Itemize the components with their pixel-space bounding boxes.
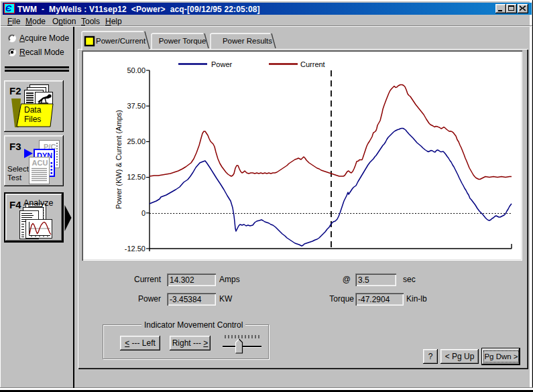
svg-text:0: 0 <box>141 209 145 217</box>
svg-text:Current: Current <box>300 60 325 68</box>
svg-text:Files: Files <box>24 115 41 124</box>
svg-text:Analyze: Analyze <box>23 198 54 208</box>
svg-text:Power Torque: Power Torque <box>159 37 206 45</box>
svg-text:Power/Current: Power/Current <box>96 37 146 45</box>
svg-text:25.00: 25.00 <box>127 137 145 145</box>
svg-text:-12.50: -12.50 <box>125 245 145 253</box>
svg-text:Power Results: Power Results <box>223 37 272 45</box>
svg-text:F2: F2 <box>9 85 21 96</box>
svg-text:Power: Power <box>211 60 233 68</box>
svg-text:ACU: ACU <box>32 159 48 167</box>
svg-text:Data: Data <box>24 105 42 115</box>
svg-text:Select: Select <box>7 165 29 173</box>
svg-text:37.50: 37.50 <box>127 102 145 110</box>
svg-text:Power (KW) & Current (Amps): Power (KW) & Current (Amps) <box>115 110 123 209</box>
svg-text:Test: Test <box>7 174 22 182</box>
svg-text:F3: F3 <box>9 141 21 152</box>
svg-text:12.50: 12.50 <box>127 173 145 181</box>
svg-text:50.00: 50.00 <box>127 66 145 74</box>
svg-text:F4: F4 <box>9 199 21 210</box>
